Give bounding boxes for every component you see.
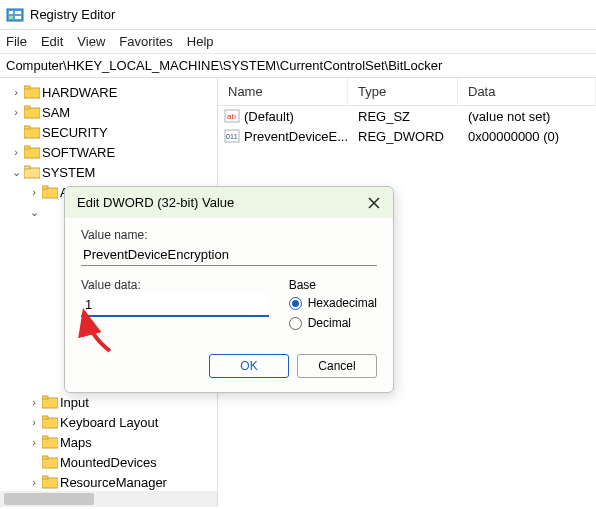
tree-node-sam[interactable]: ›SAM xyxy=(10,102,217,122)
folder-icon xyxy=(42,415,58,429)
value-data-input[interactable] xyxy=(81,294,269,317)
svg-rect-3 xyxy=(15,11,21,14)
folder-icon xyxy=(24,125,40,139)
chevron-right-icon[interactable]: › xyxy=(28,396,40,408)
tree-node-resmgr[interactable]: ›ResourceManager xyxy=(28,472,217,492)
chevron-right-icon[interactable]: › xyxy=(28,186,40,198)
tree-node-hardware[interactable]: ›HARDWARE xyxy=(10,82,217,102)
dialog-title: Edit DWORD (32-bit) Value xyxy=(77,195,234,210)
radio-hexadecimal[interactable]: Hexadecimal xyxy=(289,296,377,310)
scrollbar-thumb[interactable] xyxy=(4,493,94,505)
svg-rect-14 xyxy=(24,166,30,169)
app-title: Registry Editor xyxy=(30,7,115,22)
chevron-down-icon[interactable]: ⌄ xyxy=(10,166,22,179)
value-name-label: Value name: xyxy=(81,228,377,242)
titlebar: Registry Editor xyxy=(0,0,596,30)
chevron-right-icon[interactable]: › xyxy=(10,106,22,118)
list-row[interactable]: 011 PreventDeviceE... REG_DWORD 0x000000… xyxy=(218,126,596,146)
tree-node-mounted[interactable]: MountedDevices xyxy=(28,452,217,472)
tree-node-software[interactable]: ›SOFTWARE xyxy=(10,142,217,162)
list-row[interactable]: ab (Default) REG_SZ (value not set) xyxy=(218,106,596,126)
svg-rect-10 xyxy=(24,126,30,129)
svg-rect-2 xyxy=(9,16,13,19)
folder-icon xyxy=(24,85,40,99)
folder-icon xyxy=(24,105,40,119)
svg-rect-1 xyxy=(9,11,13,14)
folder-open-icon xyxy=(24,165,40,179)
svg-text:011: 011 xyxy=(226,133,238,140)
menu-help[interactable]: Help xyxy=(187,34,214,49)
column-data[interactable]: Data xyxy=(458,78,596,105)
folder-icon xyxy=(42,185,58,199)
folder-icon xyxy=(42,455,58,469)
column-name[interactable]: Name xyxy=(218,78,348,105)
radio-icon xyxy=(289,317,302,330)
close-icon[interactable] xyxy=(367,196,381,210)
chevron-right-icon[interactable]: › xyxy=(28,476,40,488)
folder-icon xyxy=(42,435,58,449)
folder-icon xyxy=(42,395,58,409)
string-value-icon: ab xyxy=(224,108,240,124)
svg-rect-24 xyxy=(42,456,48,459)
svg-rect-26 xyxy=(42,476,48,479)
tree-node-security[interactable]: SECURITY xyxy=(10,122,217,142)
edit-dword-dialog: Edit DWORD (32-bit) Value Value name: Va… xyxy=(64,186,394,393)
svg-rect-12 xyxy=(24,146,30,149)
tree-node-input[interactable]: ›Input xyxy=(28,392,217,412)
tree-node-maps[interactable]: ›Maps xyxy=(28,432,217,452)
regedit-icon xyxy=(6,6,24,24)
menu-file[interactable]: File xyxy=(6,34,27,49)
radio-decimal[interactable]: Decimal xyxy=(289,316,377,330)
menu-view[interactable]: View xyxy=(77,34,105,49)
chevron-right-icon[interactable]: › xyxy=(28,436,40,448)
svg-rect-22 xyxy=(42,436,48,439)
address-bar[interactable]: Computer\HKEY_LOCAL_MACHINE\SYSTEM\Curre… xyxy=(0,54,596,78)
svg-rect-0 xyxy=(7,9,23,21)
column-type[interactable]: Type xyxy=(348,78,458,105)
folder-icon xyxy=(42,475,58,489)
svg-rect-4 xyxy=(15,16,21,19)
base-label: Base xyxy=(289,278,377,292)
chevron-right-icon[interactable]: › xyxy=(28,416,40,428)
svg-rect-8 xyxy=(24,106,30,109)
chevron-down-icon[interactable]: ⌄ xyxy=(28,206,40,219)
list-header: Name Type Data xyxy=(218,78,596,106)
cancel-button[interactable]: Cancel xyxy=(297,354,377,378)
tree-node-keyboard[interactable]: ›Keyboard Layout xyxy=(28,412,217,432)
menu-edit[interactable]: Edit xyxy=(41,34,63,49)
horizontal-scrollbar[interactable] xyxy=(0,491,217,507)
svg-rect-18 xyxy=(42,396,48,399)
value-name-input[interactable] xyxy=(81,244,377,266)
svg-rect-6 xyxy=(24,86,30,89)
radio-icon xyxy=(289,297,302,310)
menu-favorites[interactable]: Favorites xyxy=(119,34,172,49)
dialog-titlebar: Edit DWORD (32-bit) Value xyxy=(65,187,393,218)
tree-node-system[interactable]: ⌄SYSTEM xyxy=(10,162,217,182)
svg-text:ab: ab xyxy=(227,112,236,121)
chevron-right-icon[interactable]: › xyxy=(10,86,22,98)
value-data-label: Value data: xyxy=(81,278,269,292)
menubar: File Edit View Favorites Help xyxy=(0,30,596,54)
dword-value-icon: 011 xyxy=(224,128,240,144)
svg-rect-16 xyxy=(42,186,48,189)
ok-button[interactable]: OK xyxy=(209,354,289,378)
svg-rect-20 xyxy=(42,416,48,419)
chevron-right-icon[interactable]: › xyxy=(10,146,22,158)
folder-icon xyxy=(24,145,40,159)
